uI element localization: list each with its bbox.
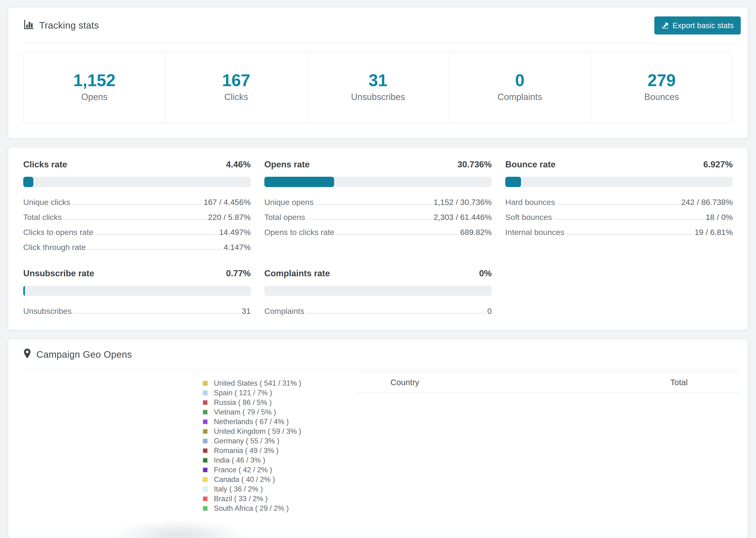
dotted-leader [88,249,221,250]
stat-value-clicks: 167 [166,72,307,89]
metric-value: 1,152 / 30.736% [434,197,492,207]
stat-opens: 1,152Opens [24,52,165,123]
stats-row: 1,152Opens167Clicks31Unsubscribes0Compla… [23,51,733,123]
legend-label: United Kingdom ( 59 / 3% ) [214,427,301,436]
legend-item-united-states: United States ( 541 / 31% ) [203,378,357,388]
stat-label-unsubscribes: Unsubscribes [307,92,449,102]
dotted-leader [316,204,431,205]
metric-row-total-clicks: Total clicks220 / 5.87% [23,212,251,222]
bounce-rate-section: Bounce rate6.927%Hard bounces242 / 86.73… [505,159,733,252]
legend-item-netherlands: Netherlands ( 67 / 4% ) [203,417,357,426]
legend-swatch [203,419,208,424]
geo-opens-pie-chart[interactable] [43,370,193,520]
legend-label: France ( 42 / 2% ) [214,466,272,474]
legend-swatch [203,409,208,415]
legend-swatch [203,390,208,396]
complaints-rate-section: Complaints rate0%Complaints0 [264,268,492,316]
dotted-leader [73,204,201,205]
metric-row-soft-bounces: Soft bounces18 / 0% [505,212,733,222]
stat-value-unsubscribes: 31 [307,72,449,89]
legend-swatch [203,381,208,386]
metric-label: Unique opens [264,197,314,207]
metric-row-clicks-to-opens-rate: Clicks to opens rate14.497% [23,228,251,237]
dotted-leader [64,219,206,220]
metric-value: 242 / 86.738% [681,197,733,207]
metric-value: 18 / 0% [706,212,733,222]
legend-item-india: India ( 46 / 3% ) [203,456,357,465]
unsubscribe-rate-progress-fill [23,286,25,296]
campaign-geo-opens-card: Campaign Geo Opens United States ( 541 /… [8,339,748,538]
stat-label-bounces: Bounces [591,92,732,102]
map-pin-icon [23,348,31,361]
legend-label: United States ( 541 / 31% ) [214,379,301,388]
stat-value-bounces: 279 [591,72,732,89]
complaints-rate-progress-bar [264,286,492,296]
clicks-rate-progress-bar [23,177,251,187]
legend-swatch [203,487,208,492]
complaints-rate-head: Complaints rate0% [264,268,492,279]
dotted-leader [96,234,217,235]
legend-swatch [203,439,208,444]
geo-table-header: Country Total [357,372,741,393]
metric-label: Complaints [264,306,304,316]
metric-value: 167 / 4.456% [203,197,250,207]
export-basic-stats-button[interactable]: Export basic stats [654,17,741,34]
legend-label: Germany ( 55 / 3% ) [214,437,279,445]
geo-card-title: Campaign Geo Opens [23,348,132,361]
legend-item-vietnam: Vietnam ( 79 / 5% ) [203,407,357,417]
dotted-leader [554,219,703,220]
complaints-rate-value: 0% [479,269,492,278]
tracking-stats-header: Tracking stats Export basic stats [8,8,748,43]
stat-clicks: 167Clicks [165,52,307,123]
metric-value: 2,303 / 61.446% [434,212,492,222]
rates-grid: Clicks rate4.46%Unique clicks167 / 4.456… [8,148,748,330]
complaints-rate-title: Complaints rate [264,268,330,279]
legend-swatch [203,448,208,453]
stat-label-complaints: Complaints [449,92,590,102]
legend-label: South Africa ( 29 / 2% ) [214,504,289,512]
header-divider [23,43,741,43]
dotted-leader [337,234,458,235]
opens-rate-value: 30.736% [458,160,492,170]
legend-item-canada: Canada ( 40 / 2% ) [203,475,357,484]
metric-value: 4.147% [224,242,250,252]
legend-swatch [203,467,208,472]
metric-label: Soft bounces [505,212,552,222]
pie-chart-wrap [23,370,193,520]
column-header-country: Country [357,378,670,387]
export-button-label: Export basic stats [673,22,734,29]
geo-title: Campaign Geo Opens [36,349,132,360]
tracking-stats-page: { "page": { "background": "#f1f3f4" }, "… [0,0,756,538]
opens-rate-head: Opens rate30.736% [264,159,492,170]
dotted-leader [557,204,679,205]
metric-row-internal-bounces: Internal bounces19 / 6.81% [505,228,733,237]
stat-bounces: 279Bounces [590,52,732,123]
legend-label: Vietnam ( 79 / 5% ) [214,408,276,416]
metric-value: 14.497% [219,228,250,237]
metric-row-unique-clicks: Unique clicks167 / 4.456% [23,197,251,207]
metric-row-unique-opens: Unique opens1,152 / 30.736% [264,197,492,207]
stat-value-complaints: 0 [449,72,590,89]
legend-label: Russia ( 86 / 5% ) [214,398,272,407]
legend-item-france: France ( 42 / 2% ) [203,465,357,475]
metric-value: 220 / 5.87% [208,212,250,222]
legend-label: Canada ( 40 / 2% ) [214,475,275,484]
tracking-stats-title: Tracking stats [23,19,99,32]
metric-value: 0 [487,306,492,316]
clicks-rate-section: Clicks rate4.46%Unique clicks167 / 4.456… [23,159,251,252]
metric-label: Clicks to opens rate [23,228,93,237]
metric-label: Total clicks [23,212,62,222]
legend-item-russia: Russia ( 86 / 5% ) [203,398,357,407]
legend-item-germany: Germany ( 55 / 3% ) [203,436,357,446]
metric-label: Total opens [264,212,305,222]
legend-label: Italy ( 36 / 2% ) [214,485,263,493]
metric-label: Opens to clicks rate [264,228,335,237]
bounce-rate-progress-bar [505,177,733,187]
legend-item-south-africa: South Africa ( 29 / 2% ) [203,504,357,513]
opens-rate-progress-fill [264,177,334,187]
bounce-rate-progress-fill [505,177,521,187]
dotted-leader [307,219,431,220]
legend-swatch [203,458,208,463]
metric-row-click-through-rate: Click through rate4.147% [23,242,251,252]
legend-label: Spain ( 121 / 7% ) [214,389,272,397]
